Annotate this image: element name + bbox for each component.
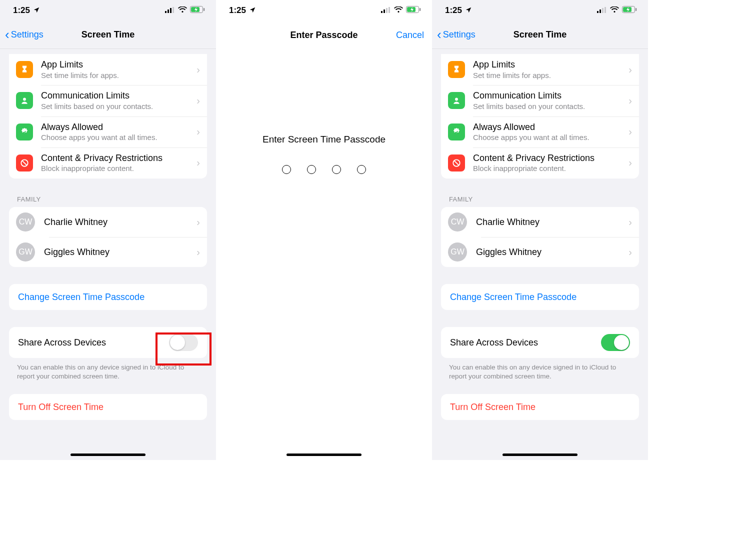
row-subtitle: Block inappropriate content. <box>41 164 194 174</box>
location-icon <box>465 6 472 15</box>
svg-line-26 <box>454 161 458 165</box>
family-member-row[interactable]: CW Charlie Whitney › <box>9 207 207 237</box>
family-name: Charlie Whitney <box>44 216 194 228</box>
chevron-left-icon: ‹ <box>5 28 10 41</box>
row-app-limits[interactable]: App Limits Set time limits for apps. › <box>9 54 207 85</box>
svg-point-7 <box>23 98 26 101</box>
row-subtitle: Set time limits for apps. <box>473 71 626 80</box>
svg-rect-17 <box>597 11 598 13</box>
settings-group-limits: App Limits Set time limits for apps. › C… <box>441 54 639 178</box>
passcode-prompt: Enter Screen Time Passcode <box>216 134 432 145</box>
turn-off-label: Turn Off Screen Time <box>450 402 536 412</box>
row-subtitle: Set limits based on your contacts. <box>473 102 626 112</box>
row-always-allowed[interactable]: Always Allowed Choose apps you want at a… <box>9 116 207 148</box>
location-icon <box>249 6 256 15</box>
chevron-left-icon: ‹ <box>437 28 442 41</box>
row-always-allowed[interactable]: Always Allowed Choose apps you want at a… <box>441 116 639 148</box>
avatar: CW <box>16 212 35 232</box>
turn-off-button[interactable]: Turn Off Screen Time <box>9 394 207 420</box>
family-name: Charlie Whitney <box>476 216 626 228</box>
hourglass-icon <box>16 61 33 78</box>
family-section-header: FAMILY <box>17 196 199 203</box>
chevron-right-icon: › <box>196 64 200 76</box>
change-passcode-group: Change Screen Time Passcode <box>9 284 207 310</box>
avatar: GW <box>16 242 35 262</box>
status-time: 1:25 <box>445 6 462 16</box>
checkmark-badge-icon <box>16 124 33 140</box>
home-indicator[interactable] <box>70 454 146 456</box>
chevron-right-icon: › <box>628 64 632 76</box>
row-title: Always Allowed <box>473 122 626 133</box>
change-passcode-label: Change Screen Time Passcode <box>450 292 576 302</box>
change-passcode-button[interactable]: Change Screen Time Passcode <box>441 284 639 310</box>
phone-screen-2: 1:25 Enter Passcode Cancel Enter Screen … <box>216 0 432 460</box>
svg-rect-3 <box>172 7 174 13</box>
page-title: Enter Passcode <box>290 30 358 40</box>
battery-icon <box>190 6 205 16</box>
avatar: CW <box>448 212 467 232</box>
status-time: 1:25 <box>13 6 30 16</box>
row-title: Content & Privacy Restrictions <box>473 152 626 164</box>
settings-group-limits: App Limits Set time limits for apps. › C… <box>9 54 207 178</box>
svg-line-9 <box>22 161 26 165</box>
family-member-row[interactable]: GW Giggles Whitney › <box>441 237 639 267</box>
checkmark-badge-icon <box>448 124 465 140</box>
share-toggle[interactable] <box>169 334 198 351</box>
share-across-devices-row[interactable]: Share Across Devices <box>441 327 639 358</box>
page-title: Screen Time <box>82 30 135 40</box>
svg-rect-13 <box>388 7 390 13</box>
nav-bar: ‹ Settings Screen Time <box>432 21 648 49</box>
chevron-right-icon: › <box>628 157 632 168</box>
turn-off-group: Turn Off Screen Time <box>9 394 207 420</box>
share-label: Share Across Devices <box>18 337 106 348</box>
family-member-row[interactable]: CW Charlie Whitney › <box>441 207 639 237</box>
nav-bar: ‹ Settings Screen Time <box>0 21 216 49</box>
row-title: Communication Limits <box>473 90 626 102</box>
avatar: GW <box>448 242 467 262</box>
turn-off-group: Turn Off Screen Time <box>441 394 639 420</box>
row-subtitle: Choose apps you want at all times. <box>41 133 194 142</box>
share-across-devices-row[interactable]: Share Across Devices <box>9 327 207 358</box>
chevron-right-icon: › <box>628 126 632 138</box>
cellular-icon <box>165 6 175 16</box>
chevron-right-icon: › <box>628 246 632 258</box>
page-title: Screen Time <box>514 30 567 40</box>
row-communication-limits[interactable]: Communication Limits Set limits based on… <box>9 85 207 116</box>
cancel-button[interactable]: Cancel <box>396 30 424 40</box>
row-subtitle: Block inappropriate content. <box>473 164 626 174</box>
change-passcode-group: Change Screen Time Passcode <box>441 284 639 310</box>
turn-off-button[interactable]: Turn Off Screen Time <box>441 394 639 420</box>
phone-screen-3: 1:25 ‹ Settings Screen Time <box>432 0 648 460</box>
row-content-restrictions[interactable]: Content & Privacy Restrictions Block ina… <box>441 148 639 178</box>
cellular-icon <box>597 6 607 16</box>
svg-rect-16 <box>420 8 420 11</box>
row-app-limits[interactable]: App Limits Set time limits for apps. › <box>441 54 639 85</box>
row-title: Content & Privacy Restrictions <box>41 152 194 164</box>
share-footer-text: You can enable this on any device signed… <box>17 363 199 381</box>
family-name: Giggles Whitney <box>476 246 626 258</box>
svg-point-24 <box>455 98 458 101</box>
back-button[interactable]: ‹ Settings <box>437 29 476 41</box>
no-entry-icon <box>16 154 33 172</box>
passcode-dot <box>282 165 291 174</box>
turn-off-label: Turn Off Screen Time <box>18 402 104 412</box>
battery-icon <box>406 6 421 16</box>
passcode-dot <box>332 165 341 174</box>
back-button[interactable]: ‹ Settings <box>5 29 44 41</box>
nav-bar: Enter Passcode Cancel <box>216 21 432 49</box>
status-bar: 1:25 <box>0 0 216 21</box>
home-indicator[interactable] <box>502 454 578 456</box>
chevron-right-icon: › <box>196 216 200 228</box>
family-member-row[interactable]: GW Giggles Whitney › <box>9 237 207 267</box>
chevron-right-icon: › <box>196 157 200 168</box>
wifi-icon <box>178 6 187 16</box>
home-indicator[interactable] <box>286 454 362 456</box>
family-group: CW Charlie Whitney › GW Giggles Whitney … <box>9 207 207 267</box>
chevron-right-icon: › <box>196 126 200 138</box>
change-passcode-button[interactable]: Change Screen Time Passcode <box>9 284 207 310</box>
status-bar: 1:25 <box>432 0 648 21</box>
svg-rect-20 <box>604 7 606 13</box>
share-toggle[interactable] <box>601 334 630 351</box>
row-content-restrictions[interactable]: Content & Privacy Restrictions Block ina… <box>9 148 207 178</box>
row-communication-limits[interactable]: Communication Limits Set limits based on… <box>441 85 639 116</box>
